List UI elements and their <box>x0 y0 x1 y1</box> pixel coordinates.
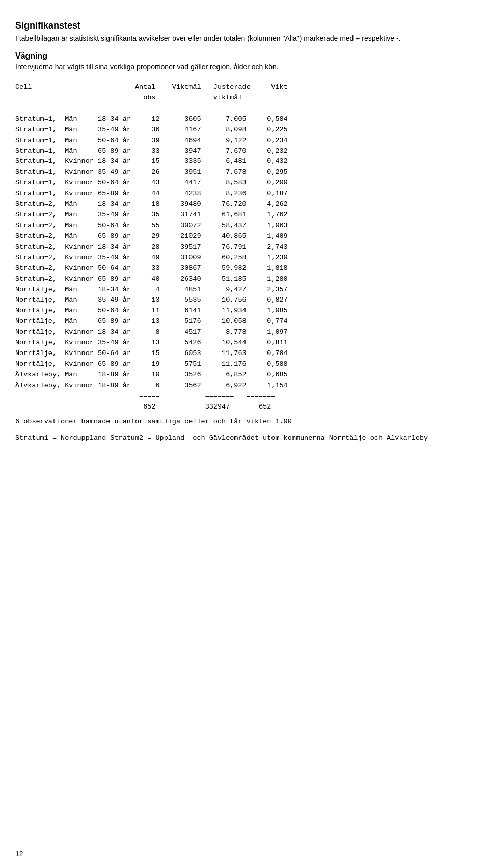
signifikanstest-desc: I tabellbilagan är statistiskt signifika… <box>15 34 474 42</box>
stratum-legend: Stratum1 = Norduppland Stratum2 = Upplan… <box>15 432 474 444</box>
vagning-desc: Intervjuerna har vägts till sina verklig… <box>15 63 474 71</box>
vagning-title: Vägning <box>15 51 474 61</box>
footer-note: 6 observationer hamnade utanför samtliga… <box>15 418 474 425</box>
data-table: Cell Antal Viktmål Justerade Vikt obs vi… <box>15 82 474 413</box>
signifikanstest-title: Signifikanstest <box>15 20 474 31</box>
